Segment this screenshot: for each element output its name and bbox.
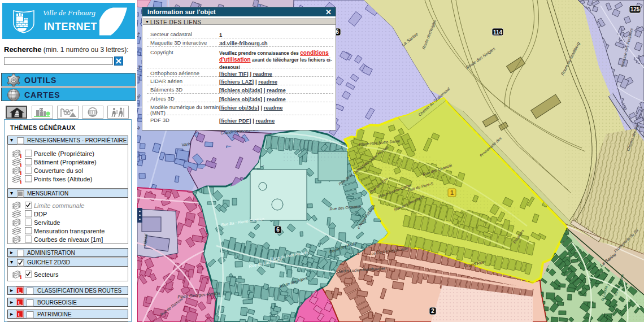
svg-text:i: i [20,179,22,184]
svg-text:2: 2 [431,308,434,314]
svg-text:L: L [18,288,21,294]
svg-text:114: 114 [493,29,503,36]
svg-text:L: L [18,311,21,317]
svg-text:L: L [18,299,21,306]
svg-text:6: 6 [276,227,280,233]
svg-text:6: 6 [336,29,339,35]
svg-text:1: 1 [450,189,454,196]
svg-text:i: i [20,274,22,280]
svg-text:125: 125 [630,6,640,12]
